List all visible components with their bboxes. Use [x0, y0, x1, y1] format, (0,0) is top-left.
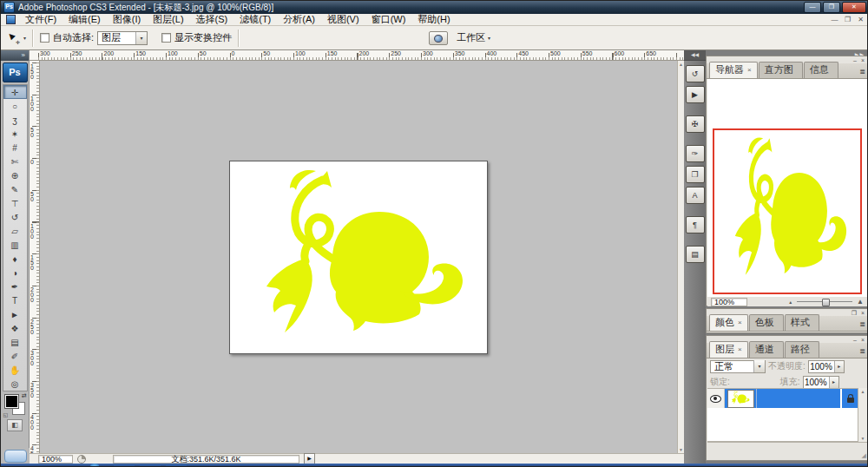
quick-mask-button[interactable]: ◧ — [7, 419, 23, 431]
layer-row-selected[interactable] — [707, 389, 859, 408]
canvas-area[interactable] — [40, 61, 677, 453]
doc-restore-button[interactable]: ❐ — [841, 16, 854, 23]
menu-item[interactable]: 图层(L) — [147, 13, 189, 26]
show-transform-checkbox[interactable] — [161, 33, 171, 43]
menu-item[interactable]: 分析(A) — [277, 13, 321, 26]
layer-name-area[interactable] — [757, 389, 840, 408]
chevron-right-icon[interactable]: ▸ — [829, 377, 838, 388]
tool-presets-panel-icon[interactable]: ✠ — [686, 115, 705, 133]
scroll-down-icon[interactable]: ▼ — [858, 436, 867, 441]
blur-tool[interactable]: ♦ — [3, 252, 27, 266]
zoom-slider-thumb[interactable] — [822, 299, 830, 306]
fill-field[interactable]: 100% ▸ — [803, 376, 839, 389]
opacity-field[interactable]: 100% ▸ — [808, 360, 845, 373]
panel-resize-grip[interactable]: ◢ — [862, 452, 866, 459]
zoom-field[interactable]: 100% — [38, 455, 73, 464]
chevron-right-icon[interactable]: ▸ — [834, 361, 844, 372]
clone-source-panel-icon[interactable]: ❐ — [686, 166, 705, 183]
crop-tool[interactable]: # — [3, 141, 27, 155]
zoom-tool[interactable]: ◎ — [3, 377, 27, 391]
chevron-down-icon[interactable]: ▾ — [135, 32, 147, 44]
custom-shape-tool[interactable]: ❖ — [3, 321, 27, 335]
menu-item[interactable]: 视图(V) — [321, 13, 365, 26]
tab-histogram[interactable]: 直方图 — [759, 62, 803, 78]
character-panel-icon[interactable]: A — [686, 187, 705, 204]
close-button[interactable]: ✕ — [842, 2, 866, 13]
path-selection-tool[interactable]: ► — [3, 307, 27, 321]
brushes-panel-icon[interactable]: ✑ — [686, 145, 705, 162]
default-colors-icon[interactable]: ◱ — [3, 411, 9, 418]
history-brush-tool[interactable]: ↺ — [3, 210, 27, 224]
move-tool[interactable]: ✛ — [3, 85, 27, 99]
marquee-tool[interactable]: ○ — [3, 99, 27, 113]
vertical-ruler[interactable]: 15010050050100150200250300350400450 — [30, 61, 40, 453]
menu-item[interactable]: 编辑(E) — [62, 13, 107, 26]
workspace-button[interactable]: 工作区 ▾ — [457, 31, 490, 44]
tab-channels[interactable]: 通道 — [749, 341, 784, 358]
scroll-down-icon[interactable]: ▼ — [678, 447, 684, 452]
tab-info[interactable]: 信息 — [804, 62, 838, 78]
bridge-icon[interactable] — [429, 31, 448, 45]
zoom-out-icon[interactable]: ▲ — [788, 299, 792, 305]
vertical-scrollbar[interactable]: ▲ ▼ — [677, 61, 684, 453]
eyedropper-tool[interactable]: ✐ — [3, 349, 27, 363]
screen-mode-button[interactable] — [4, 450, 27, 463]
tool-preset-arrow[interactable]: ▾ — [23, 35, 26, 41]
restore-button[interactable]: ❐ — [823, 2, 840, 13]
tab-swatches[interactable]: 色板 — [749, 314, 784, 331]
panel-close-button[interactable]: × — [861, 337, 865, 343]
auto-select-checkbox[interactable] — [40, 33, 49, 43]
eraser-tool[interactable]: ▱ — [3, 224, 27, 238]
healing-brush-tool[interactable]: ⊕ — [3, 168, 27, 182]
panel-menu-icon[interactable]: ≣ — [859, 68, 865, 76]
zoom-in-icon[interactable]: ▲ — [857, 298, 864, 306]
tab-navigator[interactable]: 导航器 × — [709, 62, 758, 78]
layer-list-scrollbar[interactable]: ▲ ▼ — [858, 388, 867, 442]
history-panel-icon[interactable]: ↺ — [686, 65, 705, 82]
dock-collapse-button[interactable]: ◀◀ — [684, 50, 706, 61]
menu-item[interactable]: 文件(F) — [19, 13, 62, 26]
scroll-up-icon[interactable]: ▲ — [678, 62, 684, 67]
paragraph-panel-icon[interactable]: ¶ — [686, 216, 705, 234]
menu-item[interactable]: 窗口(W) — [365, 13, 412, 26]
navigator-zoom-field[interactable]: 100% — [711, 298, 747, 306]
panel-close-button[interactable]: × — [861, 57, 865, 63]
brush-tool[interactable]: ✎ — [3, 182, 27, 196]
navigator-proxy-view[interactable] — [713, 128, 862, 294]
layer-thumbnail-cell[interactable] — [725, 389, 757, 408]
auto-select-dropdown[interactable]: 图层 ▾ — [97, 31, 148, 45]
blend-mode-dropdown[interactable]: 正常 ▾ — [710, 360, 766, 373]
foreground-color-chip[interactable] — [5, 395, 18, 408]
menu-item[interactable]: 滤镜(T) — [233, 13, 277, 26]
notes-tool[interactable]: ▤ — [3, 335, 27, 349]
scroll-up-icon[interactable]: ▲ — [858, 389, 867, 394]
swap-colors-icon[interactable]: ⇄ — [22, 392, 27, 399]
lasso-tool[interactable]: ʒ — [3, 113, 27, 127]
magic-wand-tool[interactable]: ✶ — [3, 127, 27, 141]
start-orb-icon[interactable] — [90, 464, 99, 467]
gradient-tool[interactable]: ▥ — [3, 238, 27, 252]
doc-close-button[interactable]: ✕ — [854, 16, 867, 23]
panel-menu-icon[interactable]: ≣ — [859, 320, 865, 328]
dodge-tool[interactable]: ◑ — [3, 266, 27, 280]
panel-minimize-button[interactable]: – — [853, 337, 857, 343]
horizontal-ruler[interactable]: 3002502001501005005010015020025030035040… — [30, 50, 684, 61]
clone-stamp-tool[interactable]: ⊤ — [3, 196, 27, 210]
menu-item[interactable]: 帮助(H) — [411, 13, 456, 26]
document-canvas[interactable] — [229, 161, 488, 354]
tab-paths[interactable]: 路径 — [785, 341, 819, 358]
tab-styles[interactable]: 样式 — [785, 314, 819, 331]
tab-layers[interactable]: 图层 × — [709, 341, 748, 358]
menu-item[interactable]: 选择(S) — [190, 13, 234, 26]
chevron-down-icon[interactable]: ▾ — [753, 360, 765, 372]
pen-tool[interactable]: ✒ — [3, 280, 27, 293]
zoom-slider[interactable] — [797, 301, 852, 302]
tab-color[interactable]: 颜色 × — [709, 314, 748, 331]
menu-item[interactable]: 图像(I) — [107, 13, 147, 26]
panel-menu-icon[interactable]: ≣ — [859, 347, 865, 355]
doc-minimize-button[interactable]: — — [828, 16, 841, 23]
layer-comps-panel-icon[interactable]: ▤ — [686, 246, 705, 263]
windows-taskbar[interactable] — [1, 464, 868, 467]
minimize-button[interactable]: — — [804, 2, 821, 13]
slice-tool[interactable]: ✄ — [3, 155, 27, 168]
